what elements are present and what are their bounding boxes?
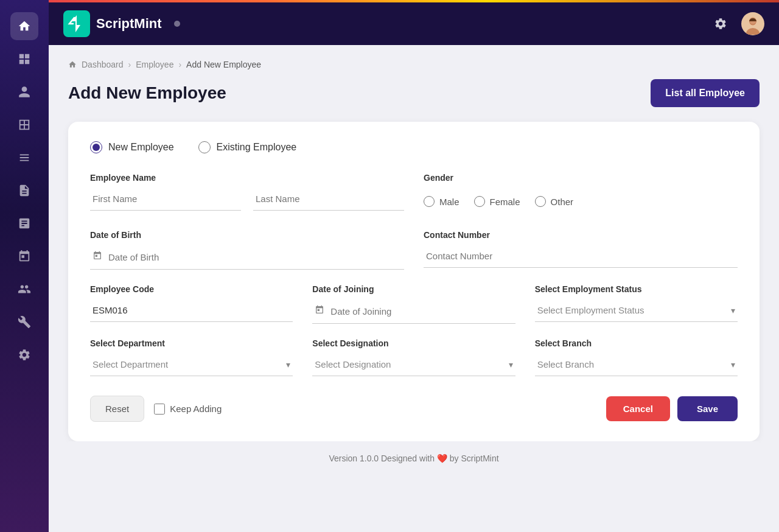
logo: ScriptMint (63, 10, 180, 37)
designation-select[interactable]: Select Designation Manager Developer Ana… (315, 359, 508, 369)
form-actions-right: Cancel Save (606, 396, 738, 421)
list-all-button[interactable]: List all Employee (651, 79, 760, 107)
branch-select[interactable]: Select Branch Main Branch East Branch We… (537, 359, 731, 369)
sidebar-item-tools[interactable] (10, 308, 38, 336)
employment-status-select[interactable]: Select Employment Status Full-time Part-… (537, 305, 731, 315)
name-gender-row: Employee Name Gender Male (90, 173, 738, 213)
designation-chevron-icon: ▾ (509, 360, 513, 369)
sidebar-item-table[interactable] (10, 111, 38, 139)
employment-status-label: Select Employment Status (535, 284, 738, 294)
gender-male-radio[interactable] (424, 196, 435, 207)
dob-contact-row: Date of Birth Contact Number (90, 230, 738, 270)
logo-text: ScriptMint (96, 16, 162, 32)
doj-input-wrapper (312, 299, 515, 324)
logo-dot (174, 21, 180, 27)
department-select[interactable]: Select Department Engineering Sales HR (93, 359, 286, 369)
content-area: Dashboard › Employee › Add New Employee … (49, 45, 779, 532)
department-group: Select Department Select Department Engi… (90, 338, 293, 376)
sidebar-item-settings[interactable] (10, 341, 38, 369)
sidebar-item-home[interactable] (10, 12, 38, 40)
breadcrumb-employee[interactable]: Employee (136, 60, 173, 69)
form-actions: Reset Keep Adding Cancel Save (90, 396, 738, 422)
employee-name-label: Employee Name (90, 173, 404, 183)
sidebar-item-calendar[interactable] (10, 242, 38, 270)
branch-group: Select Branch Select Branch Main Branch … (535, 338, 738, 376)
existing-employee-radio[interactable] (198, 141, 211, 153)
department-chevron-icon: ▾ (286, 360, 290, 369)
topbar-actions (710, 12, 764, 35)
form-actions-left: Reset Keep Adding (90, 396, 222, 422)
doj-calendar-icon (315, 305, 324, 317)
employee-code-label: Employee Code (90, 284, 293, 294)
designation-select-wrapper: Select Designation Manager Developer Ana… (312, 353, 515, 376)
keep-adding-label[interactable]: Keep Adding (154, 404, 222, 415)
first-name-input[interactable] (90, 187, 241, 211)
page-header: Add New Employee List all Employee (68, 79, 760, 107)
form-card: New Employee Existing Employee Employee … (68, 122, 760, 441)
dob-input[interactable] (108, 252, 402, 262)
employment-status-chevron-icon: ▾ (731, 306, 735, 315)
designation-group: Select Designation Select Designation Ma… (312, 338, 515, 376)
dob-group: Date of Birth (90, 230, 404, 270)
avatar[interactable] (741, 12, 764, 35)
doj-group: Date of Joining (312, 284, 515, 324)
dob-input-wrapper (90, 245, 404, 270)
gender-female-radio[interactable] (474, 196, 485, 207)
save-button[interactable]: Save (677, 396, 738, 421)
breadcrumb-sep-2: › (178, 60, 181, 69)
sidebar-item-board[interactable] (10, 144, 38, 172)
sidebar (0, 0, 49, 532)
gender-options: Male Female Other (424, 190, 738, 213)
dob-label: Date of Birth (90, 230, 404, 240)
reset-button[interactable]: Reset (90, 396, 144, 422)
contact-input[interactable] (424, 245, 738, 268)
gender-other-radio[interactable] (535, 196, 546, 207)
gender-group: Gender Male Female Other (424, 173, 738, 213)
breadcrumb-sep-1: › (128, 60, 131, 69)
dob-calendar-icon (93, 251, 102, 263)
employee-code-input[interactable] (90, 299, 293, 322)
sidebar-item-user[interactable] (10, 78, 38, 106)
cancel-button[interactable]: Cancel (606, 396, 670, 421)
last-name-input[interactable] (253, 187, 404, 211)
code-joining-status-row: Employee Code Date of Joining Select Emp… (90, 284, 738, 324)
branch-select-wrapper: Select Branch Main Branch East Branch We… (535, 353, 738, 376)
keep-adding-checkbox[interactable] (154, 404, 165, 415)
gender-female-label[interactable]: Female (474, 196, 520, 207)
gender-female-text: Female (490, 197, 520, 207)
employment-status-select-wrapper: Select Employment Status Full-time Part-… (535, 299, 738, 322)
existing-employee-radio-label[interactable]: Existing Employee (198, 141, 297, 153)
new-employee-label: New Employee (108, 142, 174, 153)
new-employee-radio-label[interactable]: New Employee (90, 141, 174, 153)
employment-status-group: Select Employment Status Select Employme… (535, 284, 738, 324)
logo-icon (63, 10, 90, 37)
gear-button[interactable] (710, 13, 732, 35)
keep-adding-text: Keep Adding (170, 404, 222, 414)
dept-desig-branch-row: Select Department Select Department Engi… (90, 338, 738, 376)
breadcrumb-current: Add New Employee (186, 60, 261, 69)
gender-other-label[interactable]: Other (535, 196, 574, 207)
new-employee-radio[interactable] (90, 141, 102, 153)
employee-name-group: Employee Name (90, 173, 404, 213)
breadcrumb-dashboard[interactable]: Dashboard (82, 60, 124, 69)
sidebar-item-dashboard[interactable] (10, 45, 38, 73)
sidebar-item-report[interactable] (10, 209, 38, 237)
doj-label: Date of Joining (312, 284, 515, 294)
department-label: Select Department (90, 338, 293, 348)
existing-employee-label: Existing Employee (217, 142, 297, 153)
footer: Version 1.0.0 Designed with ❤️ by Script… (68, 441, 760, 475)
gender-male-label[interactable]: Male (424, 196, 459, 207)
doj-input[interactable] (330, 306, 512, 317)
gender-other-text: Other (551, 197, 574, 207)
branch-label: Select Branch (535, 338, 738, 348)
gender-male-text: Male (439, 197, 459, 207)
breadcrumb: Dashboard › Employee › Add New Employee (68, 60, 760, 69)
branch-chevron-icon: ▾ (731, 360, 735, 369)
designation-label: Select Designation (312, 338, 515, 348)
footer-text: Version 1.0.0 Designed with ❤️ by Script… (329, 453, 498, 463)
main-area: ScriptMint Dashboard › (49, 0, 779, 532)
sidebar-item-document[interactable] (10, 177, 38, 205)
department-select-wrapper: Select Department Engineering Sales HR ▾ (90, 353, 293, 376)
sidebar-item-team[interactable] (10, 275, 38, 303)
contact-group: Contact Number (424, 230, 738, 270)
